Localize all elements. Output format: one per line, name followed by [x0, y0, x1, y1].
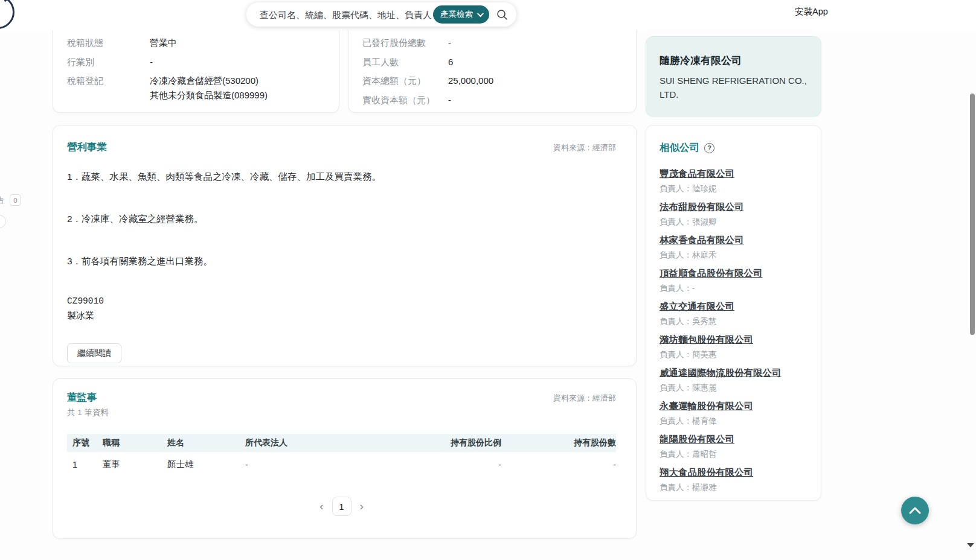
info-value: - [150, 55, 153, 69]
col-header: 所代表法人 [245, 438, 393, 448]
cell-title: 董事 [103, 459, 167, 470]
business-item: 1．蔬菜、水果、魚類、肉類等食品之冷凍、冷藏、儲存、加工及買賣業務。 [67, 170, 616, 183]
chevron-up-icon [909, 507, 921, 514]
section-title-similar: 相似公司 [660, 141, 699, 154]
table-header-row: 序號 職稱 姓名 所代表法人 持有股份比例 持有股份數 [67, 434, 616, 452]
similar-company-link[interactable]: 威通達國際物流股份有限公司 [660, 367, 782, 379]
info-value: 6 [448, 55, 453, 69]
pagination: ‹ 1 › [67, 497, 616, 516]
info-value: 冷凍冷藏倉儲經營(530200) 其他未分類食品製造(089999) [150, 74, 268, 102]
scroll-to-top-button[interactable] [901, 497, 929, 524]
info-row: 員工人數 6 [362, 52, 621, 72]
company-name-en: SUI SHENG REFRIGERATION CO., LTD. [660, 74, 807, 101]
similar-company-link[interactable]: 翔大食品股份有限公司 [660, 466, 753, 479]
col-header: 職稱 [103, 438, 167, 448]
top-header: 產業檢索 安裝App [0, 0, 976, 30]
info-row: 已發行股份總數 - [362, 33, 621, 52]
similar-company-link[interactable]: 盛立交通有限公司 [660, 301, 734, 313]
info-row: 稅籍登記 冷凍冷藏倉儲經營(530200) 其他未分類食品製造(089999) [67, 71, 324, 104]
list-item: 林家香食品有限公司 負責人：林庭禾 [660, 234, 807, 260]
similar-company-owner: 負責人：陳惠麗 [660, 383, 807, 393]
list-item: 頂益順食品股份有限公司 負責人：- [660, 267, 807, 293]
similar-company-link[interactable]: 林家香食品有限公司 [660, 234, 744, 246]
similar-company-link[interactable]: 漪坊麵包股份有限公司 [660, 334, 753, 346]
side-widget[interactable]: 告 0 [0, 194, 21, 206]
cell-name: 顏士雄 [167, 459, 245, 470]
list-item: 法布甜股份有限公司 負責人：張淑卿 [660, 201, 807, 227]
info-label: 稅籍登記 [67, 74, 150, 88]
cell-seq: 1 [72, 460, 103, 469]
business-item: 2．冷凍庫、冷藏室之經營業務。 [67, 212, 616, 226]
similar-company-link[interactable]: 豐茂食品有限公司 [660, 168, 734, 180]
info-row: 實收資本額（元） - [362, 91, 621, 110]
list-item: 盛立交通有限公司 負責人：吳秀慧 [660, 301, 807, 326]
similar-company-owner: 負責人：楊瀞雅 [660, 482, 807, 492]
directors-table: 序號 職稱 姓名 所代表法人 持有股份比例 持有股份數 1 董事 顏士雄 - -… [67, 434, 616, 477]
list-item: 龍陽股份有限公司 負責人：蕭昭哲 [660, 433, 807, 459]
info-label: 已發行股份總數 [362, 36, 448, 49]
help-icon[interactable]: ? [704, 143, 714, 153]
search-input[interactable] [260, 10, 433, 20]
list-item: 豐茂食品有限公司 負責人：陸珍妮 [660, 168, 807, 194]
similar-company-owner: 負責人：陸珍妮 [660, 183, 807, 194]
similar-company-link[interactable]: 法布甜股份有限公司 [660, 201, 744, 213]
chevron-down-icon [477, 10, 484, 17]
business-code: CZ99010 [67, 296, 616, 306]
business-item: 3．前各項有關業務之進出口業務。 [67, 254, 616, 268]
col-header: 姓名 [167, 438, 245, 448]
directors-card: 董監事 資料來源：經濟部 共 1 筆資料 序號 職稱 姓名 所代表法人 持有股份… [53, 378, 637, 539]
list-item: 翔大食品股份有限公司 負責人：楊瀞雅 [660, 466, 807, 492]
similar-company-owner: 負責人：- [660, 283, 807, 293]
info-value: 25,000,000 [448, 74, 493, 88]
read-more-button[interactable]: 繼續閱讀 [67, 343, 121, 363]
info-value: - [448, 93, 451, 107]
info-row: 行業別 - [67, 52, 324, 72]
section-title-directors: 董監事 [67, 391, 97, 404]
info-label: 實收資本額（元） [362, 93, 448, 107]
data-source-label: 資料來源：經濟部 [553, 142, 616, 153]
col-header: 持有股份比例 [393, 438, 501, 448]
table-row: 1 董事 顏士雄 - - - [67, 452, 616, 477]
site-logo-icon[interactable] [0, 0, 14, 29]
directors-count: 共 1 筆資料 [67, 407, 616, 418]
similar-company-owner: 負責人：簡美惠 [660, 349, 807, 360]
similar-company-owner: 負責人：林庭禾 [660, 250, 807, 260]
similar-company-owner: 負責人：楊育偉 [660, 416, 807, 426]
install-app-link[interactable]: 安裝App [795, 6, 828, 18]
pagination-prev-icon[interactable]: ‹ [317, 499, 326, 514]
company-name-zh: 隨勝冷凍有限公司 [660, 54, 807, 68]
search-bar: 產業檢索 [246, 2, 516, 27]
similar-company-owner: 負責人：張淑卿 [660, 217, 807, 227]
industry-search-label: 產業檢索 [440, 9, 473, 20]
side-widget-secondary-icon[interactable] [0, 215, 6, 228]
scrollbar-thumb[interactable] [970, 94, 975, 335]
info-value: 營業中 [150, 36, 177, 50]
side-widget-count-badge: 0 [10, 194, 21, 206]
similar-company-link[interactable]: 永臺運輸股份有限公司 [660, 400, 753, 412]
search-icon[interactable] [496, 9, 508, 21]
col-header: 持有股份數 [501, 438, 616, 448]
section-title-business: 營利事業 [67, 141, 107, 154]
cell-share-count: - [501, 460, 616, 469]
cell-representing: - [245, 460, 393, 469]
info-label: 稅籍狀態 [67, 36, 150, 49]
info-label: 資本總額（元） [362, 74, 448, 88]
info-label: 員工人數 [362, 55, 448, 69]
similar-company-link[interactable]: 頂益順食品股份有限公司 [660, 267, 763, 279]
similar-company-owner: 負責人：吳秀慧 [660, 316, 807, 326]
pagination-next-icon[interactable]: › [358, 499, 366, 514]
industry-search-button[interactable]: 產業檢索 [433, 5, 489, 24]
info-value: - [448, 36, 451, 50]
similar-company-owner: 負責人：蕭昭哲 [660, 449, 807, 459]
scrollbar-down-arrow-icon[interactable] [967, 543, 974, 547]
data-source-label: 資料來源：經濟部 [553, 393, 616, 404]
similar-company-link[interactable]: 龍陽股份有限公司 [660, 433, 734, 445]
pagination-page-1[interactable]: 1 [332, 497, 352, 516]
col-header: 序號 [72, 438, 103, 448]
cell-share-ratio: - [393, 460, 501, 469]
info-row: 稅籍狀態 營業中 [67, 33, 324, 52]
side-widget-label: 告 [0, 195, 4, 206]
list-item: 漪坊麵包股份有限公司 負責人：簡美惠 [660, 334, 807, 360]
company-name-card: 隨勝冷凍有限公司 SUI SHENG REFRIGERATION CO., LT… [646, 36, 821, 116]
similar-companies-card: 相似公司 ? 豐茂食品有限公司 負責人：陸珍妮 法布甜股份有限公司 負責人：張淑… [646, 125, 821, 501]
